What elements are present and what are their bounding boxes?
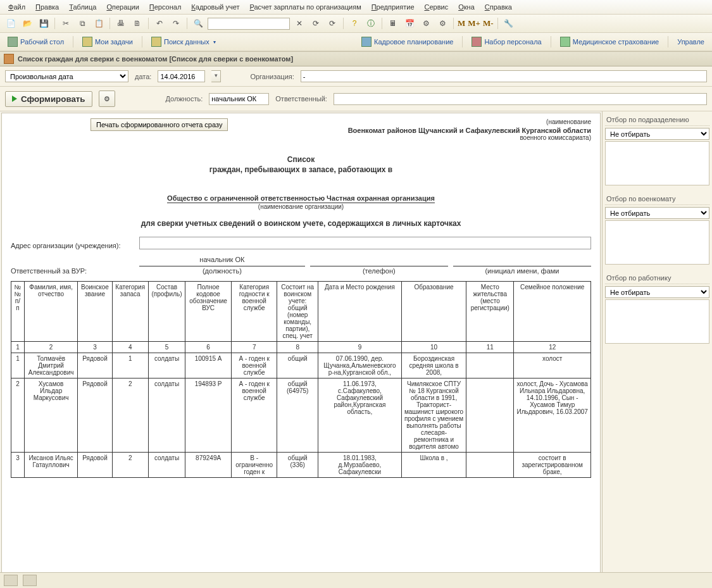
col-header: Состав (профиль) [148,282,185,342]
date-input[interactable] [158,70,205,82]
cell-birth: 11.06.1973, с.Сафакулево, Сафакулевский … [318,378,402,453]
position-input[interactable] [209,93,269,105]
side-pane: Отбор по подразделению Не отбирать Отбор… [602,111,712,585]
clear-icon[interactable]: ✕ [292,16,306,30]
filter-dept-select[interactable]: Не отбирать [605,128,709,140]
undo-icon[interactable]: ↶ [153,16,166,30]
copy-icon[interactable]: ⧉ [75,16,89,30]
main-toolbar: 📄 📂 💾 ✂ ⧉ 📋 🖶 🗎 ↶ ↷ 🔍 ✕ ⟳ ⟳ ? ⓘ 🖩 📅 ⚙ ⚙ … [0,15,712,33]
menu-file[interactable]: Файл [4,1,30,13]
refresh2-icon[interactable]: ⟳ [325,16,339,30]
open-icon[interactable]: 📂 [20,16,34,30]
menu-service[interactable]: Сервис [420,1,453,13]
cell-family: состоит в зарегистрированном браке, [514,453,591,478]
menu-ops[interactable]: Операции [102,1,143,13]
menu-edit[interactable]: Правка [31,1,63,13]
report-title-3: для сверки учетных сведений о воинском у… [11,219,591,228]
print-immediately-button[interactable]: Печать сформированного отчета сразу [91,118,228,131]
menu-hr[interactable]: Кадровый учет [187,1,244,13]
col-number: 10 [401,342,466,353]
preview-icon[interactable]: 🗎 [130,16,144,30]
tool2-icon[interactable]: ⚙ [435,16,449,30]
nav-hiring[interactable]: Набор персонала [468,35,545,48]
help-icon[interactable]: ? [347,16,361,30]
report-pane[interactable]: Печать сформированного отчета сразу (наи… [1,113,601,584]
settings-button[interactable]: ⚙ [99,91,115,107]
nav-search[interactable]: Поиск данных▾ [147,35,220,48]
date-label: дата: [135,73,151,80]
play-icon [12,96,17,102]
col-number: 9 [318,342,402,353]
data-table: № № п/пФамилия, имя, отчествоВоинское зв… [11,281,591,478]
nav-desktop[interactable]: Рабочий стол [4,35,68,48]
resp-input[interactable] [334,93,707,105]
cell-cat: 2 [112,453,148,478]
filter-dept: Отбор по подразделению Не отбирать [605,114,709,185]
period-select[interactable]: Произвольная дата [5,70,128,82]
col-header: Полное кодовое обозначение ВУС [185,282,232,342]
calendar-icon[interactable]: 📅 [403,16,416,30]
nav-manage[interactable]: Управле [673,37,708,47]
cell-n: 2 [11,378,25,453]
cell-n: 3 [11,453,25,478]
tasks-icon [82,37,92,47]
nav-medical[interactable]: Медицинское страхование [556,35,663,48]
filter-commissariat-select[interactable]: Не отбирать [605,207,709,219]
info-icon[interactable]: ⓘ [364,16,378,30]
col-number: 7 [231,342,277,353]
nav-bar: Рабочий стол Мои задачи Поиск данных▾ Ка… [0,33,712,51]
menu-help[interactable]: Справка [480,1,516,13]
cell-vus: 879249А [185,453,232,478]
filter-dept-box[interactable] [605,141,709,185]
form-button[interactable]: Сформировать [5,91,92,107]
resp-vur-label: Ответственный за ВУР: [11,267,134,275]
cell-edu: Бороздинская средняя школа в 2008, [401,353,466,378]
date-picker-icon[interactable]: ▾ [211,70,221,82]
paste-icon[interactable]: 📋 [92,16,106,30]
menu-personnel[interactable]: Персонал [145,1,186,13]
redo-icon[interactable]: ↷ [169,16,183,30]
wrench-icon[interactable]: 🔧 [502,16,516,30]
taskbar-item-2[interactable] [23,575,37,586]
document-tab: Список граждан для сверки с военкоматом … [0,51,712,66]
cell-fio: Хусамов Ильдар Маркусович [24,378,77,453]
m-minus-label[interactable]: M- [483,18,494,28]
tool1-icon[interactable]: ⚙ [419,16,433,30]
nav-tasks[interactable]: Мои задачи [78,35,137,48]
filter-commissariat-box[interactable] [605,220,709,265]
print-icon[interactable]: 🖶 [114,16,128,30]
cell-addr [466,353,514,378]
col-number: 2 [24,342,77,353]
save-icon[interactable]: 💾 [37,16,51,30]
medical-icon [560,37,570,47]
nav-planning[interactable]: Кадровое планирование [358,35,457,48]
cell-vus: 194893 Р [185,378,232,453]
menu-enterprise[interactable]: Предприятие [367,1,419,13]
filter-employee-select[interactable]: Не отбирать [605,286,709,298]
col-header: Дата и Место рождения [318,282,402,342]
col-header: Семейное положение [514,282,591,342]
calc-icon[interactable]: 🖩 [386,16,400,30]
cell-addr [466,453,514,478]
cut-icon[interactable]: ✂ [59,16,73,30]
m-plus-label[interactable]: M+ [468,18,480,28]
menu-windows[interactable]: Окна [454,1,479,13]
cell-edu: Чимлякское СПТУ № 18 Курганской области … [401,378,466,453]
cell-fio: Иксанов Ильяс Гатауллович [24,453,77,478]
search-input[interactable] [208,18,290,30]
refresh-icon[interactable]: ⟳ [309,16,323,30]
org-label: Организация: [250,73,294,80]
menu-salary[interactable]: Расчет зарплаты по организациям [246,1,366,13]
cell-family: холост [514,353,591,378]
new-icon[interactable]: 📄 [4,16,18,30]
filter-employee-box[interactable] [605,299,709,344]
planning-icon [361,37,372,47]
org-input[interactable] [301,70,707,82]
menu-table[interactable]: Таблица [65,1,101,13]
filter-bar-1: Произвольная дата дата: ▾ Организация: [0,66,712,87]
taskbar-item-1[interactable] [4,575,18,586]
report-org-line: Общество с ограниченной ответственностью… [167,194,435,203]
cell-comp: солдаты [148,453,185,478]
m-label[interactable]: M [458,18,465,28]
search-icon[interactable]: 🔍 [191,16,205,30]
